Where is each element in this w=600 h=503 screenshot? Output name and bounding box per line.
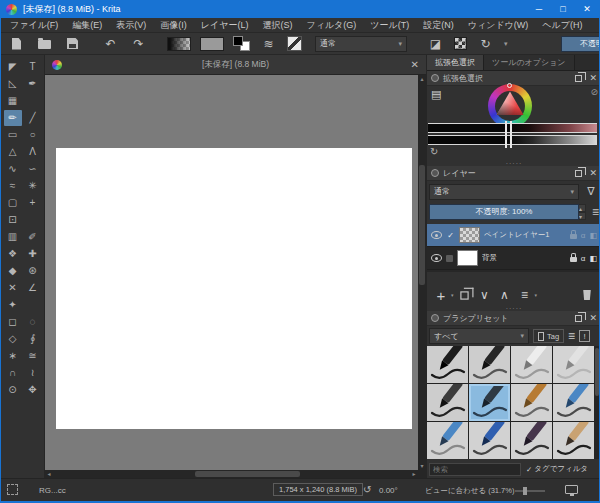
brush-search-input[interactable]: [429, 463, 521, 476]
tool-edit-shapes-icon[interactable]: ◺: [4, 76, 22, 92]
tool-enclose-fill-icon[interactable]: ⊛: [24, 263, 42, 279]
shade-gradient-bar-top[interactable]: [428, 123, 597, 133]
layer-properties-button[interactable]: ≡: [516, 286, 534, 304]
lock-icon[interactable]: [570, 257, 577, 262]
tool-polygon-icon[interactable]: △: [4, 144, 22, 160]
tag-filter-select[interactable]: すべて▾: [429, 328, 529, 344]
layer-opacity-slider[interactable]: 不透明度: 100%: [429, 204, 579, 220]
brush-preset-tile-12[interactable]: [553, 422, 594, 459]
tool-zoom-icon[interactable]: ⊙: [4, 382, 22, 398]
layer-check-icon[interactable]: [446, 255, 453, 262]
close-docker-icon[interactable]: ✕: [589, 73, 597, 83]
tab-tool-options[interactable]: ツールのオプション: [484, 55, 575, 70]
brush-settings-button[interactable]: ≋: [259, 35, 278, 53]
tool-ellipse-select-icon[interactable]: ◌: [24, 314, 42, 330]
zoom-level-label[interactable]: ビューに合わせる (31.7%): [425, 486, 514, 496]
tool-color-sampler-icon[interactable]: ✐: [24, 229, 42, 245]
brush-scrollbar[interactable]: [594, 346, 600, 459]
move-layer-up-button[interactable]: ∧: [496, 286, 514, 304]
brush-preset-tile-8[interactable]: [553, 384, 594, 421]
visibility-eye-icon[interactable]: [431, 231, 442, 239]
save-button[interactable]: [63, 35, 82, 53]
shade-gradient-bar-bottom[interactable]: [428, 135, 597, 145]
tool-line-icon[interactable]: ╱: [24, 110, 42, 126]
color-selector-settings-icon[interactable]: ▤: [431, 88, 441, 101]
close-docker-icon[interactable]: ✕: [589, 168, 597, 178]
scroll-right-icon[interactable]: ▸: [410, 470, 418, 478]
brush-preset-tile-5[interactable]: [427, 384, 468, 421]
pattern-swatch[interactable]: [200, 37, 224, 51]
brush-preset-tile-3[interactable]: [511, 346, 552, 383]
tool-ellipse-icon[interactable]: ○: [24, 127, 42, 143]
tool-reference-images-icon[interactable]: ✦: [4, 297, 22, 313]
layer-blend-mode-select[interactable]: 通常▾: [429, 184, 579, 200]
tool-select-shapes-icon[interactable]: ◤: [4, 59, 22, 75]
delete-layer-button[interactable]: [578, 286, 596, 304]
eraser-toggle[interactable]: ◪: [426, 35, 445, 53]
brush-preset-tile-9[interactable]: [427, 422, 468, 459]
tool-polyline-icon[interactable]: Λ: [24, 144, 42, 160]
close-button[interactable]: ✕: [575, 0, 599, 18]
tool-rectangle-icon[interactable]: ▭: [4, 127, 22, 143]
vertical-scrollbar-thumb[interactable]: [419, 165, 425, 285]
layer-row-paint-layer-1[interactable]: ✓ペイントレイヤー1α◧: [427, 224, 600, 247]
tool-text-icon[interactable]: T: [24, 59, 42, 75]
menu-item-window[interactable]: ウィンドウ(W): [461, 18, 536, 33]
gradient-swatch[interactable]: [167, 37, 191, 51]
tool-pattern-stamp-icon[interactable]: ❖: [4, 246, 22, 262]
tool-pattern-edit-icon[interactable]: ▦: [4, 93, 22, 109]
opacity-slider[interactable]: 不透明度: 100%: [561, 36, 600, 52]
tab-advanced-color-selector[interactable]: 拡張色選択: [427, 55, 484, 70]
brush-preset-tile-7[interactable]: [511, 384, 552, 421]
tool-rect-select-icon[interactable]: ◻: [4, 314, 22, 330]
undo-button[interactable]: ↶: [101, 35, 120, 53]
visibility-eye-icon[interactable]: [431, 254, 442, 262]
tool-bezier-select-icon[interactable]: ∩: [4, 365, 22, 381]
brush-preset-tile-11[interactable]: [511, 422, 552, 459]
scroll-left-icon[interactable]: ◂: [45, 470, 53, 478]
tool-freehand-path-icon[interactable]: ∽: [24, 161, 42, 177]
float-docker-icon[interactable]: [575, 315, 582, 322]
refresh-colors-icon[interactable]: ↻: [430, 146, 438, 157]
tool-contiguous-select-icon[interactable]: ∗: [4, 348, 22, 364]
blend-mode-select[interactable]: 通常▾: [315, 36, 407, 52]
minimize-button[interactable]: ─: [527, 0, 551, 18]
tool-move-icon[interactable]: +: [24, 195, 42, 211]
vertical-scrollbar[interactable]: ▴ ▾: [418, 75, 426, 470]
zoom-slider[interactable]: [515, 490, 545, 492]
brush-preset-tile-10[interactable]: [469, 422, 510, 459]
canvas-close-button[interactable]: ✕: [411, 59, 419, 70]
monitor-icon[interactable]: [565, 485, 578, 494]
layer-row-background[interactable]: 背景α◧: [427, 247, 600, 270]
properties-dropdown-icon[interactable]: ▾: [535, 292, 538, 298]
float-docker-icon[interactable]: [575, 75, 582, 82]
close-docker-icon[interactable]: ✕: [589, 313, 597, 323]
alpha-lock-icon[interactable]: α: [581, 231, 586, 240]
horizontal-scrollbar[interactable]: ◂ ▸: [45, 470, 418, 478]
tool-smart-patch-icon[interactable]: ✚: [24, 246, 42, 262]
tool-crop-icon[interactable]: ⊡: [4, 212, 22, 228]
menu-item-settings[interactable]: 設定(N): [416, 18, 461, 33]
add-layer-button[interactable]: +: [432, 286, 450, 304]
inherit-alpha-icon[interactable]: ◧: [589, 254, 597, 263]
tool-gradient-icon[interactable]: ▥: [4, 229, 22, 245]
pattern-toggle[interactable]: [454, 37, 467, 50]
tool-measure-icon[interactable]: ∠: [24, 280, 42, 296]
tool-transform-icon[interactable]: ▢: [4, 195, 22, 211]
display-mode-icon[interactable]: !: [579, 330, 590, 342]
reload-dropdown-icon[interactable]: ▾: [504, 40, 508, 48]
tool-poly-select-icon[interactable]: ◇: [4, 331, 22, 347]
tool-calligraphy-icon[interactable]: ✒: [24, 76, 42, 92]
filter-layers-icon[interactable]: ∇: [583, 185, 599, 198]
menu-item-edit[interactable]: 編集(E): [65, 18, 109, 33]
canvas-viewport[interactable]: [45, 75, 418, 470]
gradient-slider-marker[interactable]: [505, 121, 512, 148]
new-document-button[interactable]: [7, 35, 26, 53]
lock-icon[interactable]: [570, 234, 577, 239]
reload-preset-button[interactable]: ↻: [476, 35, 495, 53]
add-layer-dropdown-icon[interactable]: ▾: [451, 292, 454, 298]
layer-check-icon[interactable]: ✓: [446, 231, 455, 240]
scroll-up-icon[interactable]: ▴: [418, 75, 426, 83]
selection-display-icon[interactable]: [7, 484, 18, 495]
presets-menu-icon[interactable]: ≡: [568, 329, 575, 343]
